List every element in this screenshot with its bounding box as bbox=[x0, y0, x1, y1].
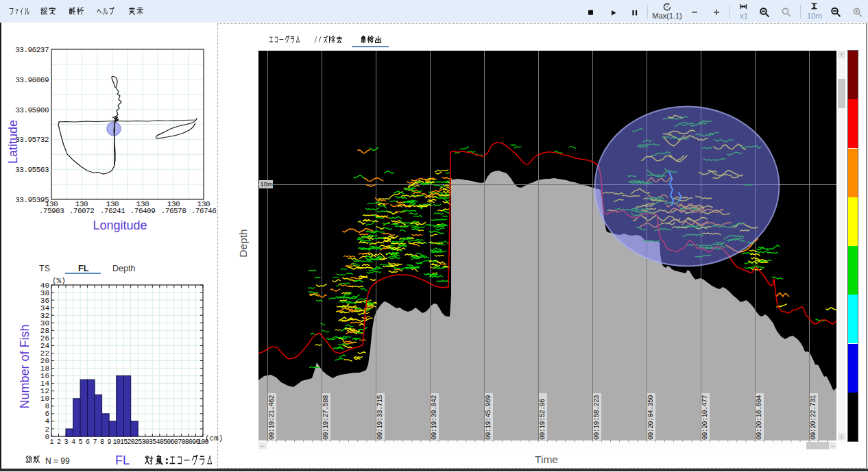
svg-text:10m: 10m bbox=[261, 180, 274, 188]
